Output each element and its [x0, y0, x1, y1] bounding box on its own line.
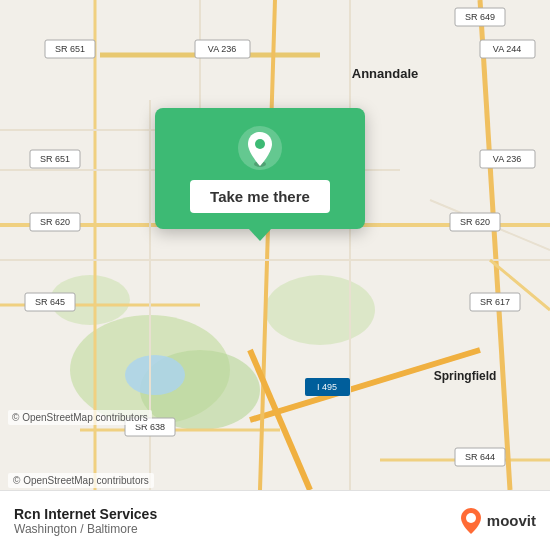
- svg-text:Springfield: Springfield: [434, 369, 497, 383]
- moovit-pin-icon: [459, 507, 483, 535]
- map-container: SR 649 SR 651 VA 236 VA 244 SR 651 VA 23…: [0, 0, 550, 490]
- svg-point-52: [255, 139, 265, 149]
- svg-text:Annandale: Annandale: [352, 66, 418, 81]
- osm-attribution-overlay: © OpenStreetMap contributors: [8, 473, 154, 488]
- svg-text:SR 651: SR 651: [55, 44, 85, 54]
- svg-text:SR 649: SR 649: [465, 12, 495, 22]
- moovit-logo: moovit: [459, 507, 536, 535]
- place-subtitle: Washington / Baltimore: [14, 522, 157, 536]
- svg-line-12: [480, 0, 510, 490]
- svg-point-2: [265, 275, 375, 345]
- svg-point-53: [466, 513, 476, 523]
- popup-card: Take me there: [155, 108, 365, 229]
- svg-text:SR 644: SR 644: [465, 452, 495, 462]
- moovit-brand-text: moovit: [487, 512, 536, 529]
- svg-point-4: [125, 355, 185, 395]
- svg-text:SR 620: SR 620: [460, 217, 490, 227]
- bottom-bar: Rcn Internet Services Washington / Balti…: [0, 490, 550, 550]
- osm-attribution: © OpenStreetMap contributors: [8, 410, 152, 425]
- svg-text:SR 645: SR 645: [35, 297, 65, 307]
- svg-text:I 495: I 495: [317, 382, 337, 392]
- bottom-info: Rcn Internet Services Washington / Balti…: [14, 506, 157, 536]
- svg-text:SR 651: SR 651: [40, 154, 70, 164]
- take-me-there-button[interactable]: Take me there: [190, 180, 330, 213]
- location-pin-icon: [238, 126, 282, 170]
- svg-text:VA 236: VA 236: [208, 44, 236, 54]
- place-title: Rcn Internet Services: [14, 506, 157, 522]
- svg-text:VA 244: VA 244: [493, 44, 521, 54]
- svg-text:VA 236: VA 236: [493, 154, 521, 164]
- svg-text:SR 617: SR 617: [480, 297, 510, 307]
- svg-text:SR 620: SR 620: [40, 217, 70, 227]
